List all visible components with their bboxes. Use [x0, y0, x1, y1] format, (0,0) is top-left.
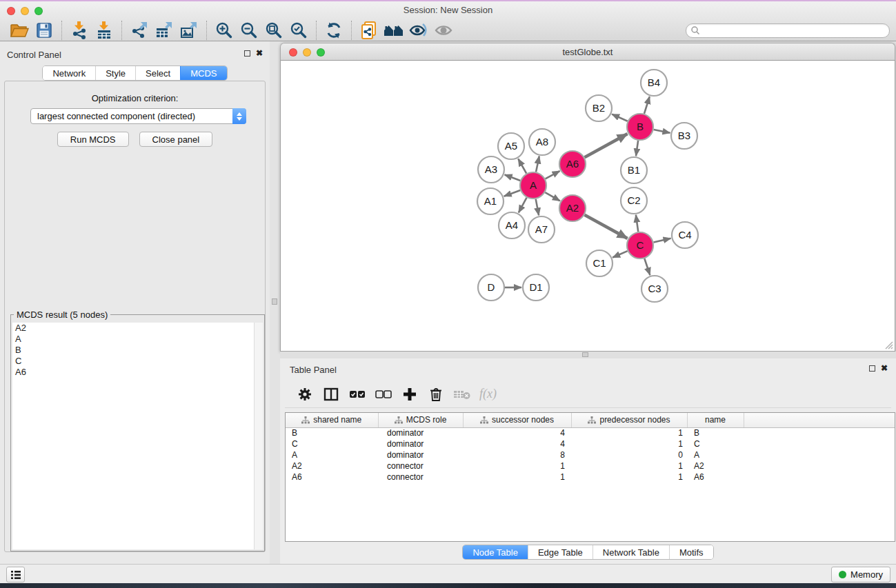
- add-column-button[interactable]: [399, 384, 420, 405]
- table-row[interactable]: Cdominator41C: [286, 438, 895, 449]
- cell-predecessor-nodes[interactable]: 1: [571, 460, 687, 472]
- node-table[interactable]: shared nameMCDS rolesuccessor nodesprede…: [286, 413, 895, 483]
- column-header-name[interactable]: name: [687, 413, 744, 427]
- graph-node-B4[interactable]: B4: [641, 70, 667, 96]
- home-layout-button[interactable]: [381, 20, 406, 41]
- mcds-result-list[interactable]: A2ABCA6: [12, 323, 263, 549]
- tab-network[interactable]: Network: [43, 66, 95, 80]
- edge-B-B4[interactable]: [644, 97, 650, 114]
- cell-predecessor-nodes[interactable]: 1: [571, 438, 687, 449]
- mcds-list-scrollbar[interactable]: [254, 323, 263, 549]
- edge-B-B2[interactable]: [612, 114, 628, 121]
- graph-node-A8[interactable]: A8: [529, 129, 555, 155]
- export-table-button[interactable]: [152, 20, 177, 41]
- graph-node-A4[interactable]: A4: [499, 212, 525, 239]
- mcds-result-item[interactable]: B: [12, 345, 263, 356]
- cell-shared-name[interactable]: A2: [286, 460, 378, 472]
- zoom-fit-button[interactable]: [261, 20, 286, 41]
- network-window-titlebar[interactable]: testGlobe.txt: [280, 43, 895, 61]
- close-panel-icon[interactable]: ✖: [881, 365, 888, 372]
- cell-successor-nodes[interactable]: 4: [463, 438, 571, 449]
- edge-A2-C[interactable]: [585, 215, 628, 239]
- run-mcds-button[interactable]: Run MCDS: [57, 132, 129, 147]
- graph-node-A7[interactable]: A7: [528, 216, 555, 243]
- vertical-split-divider[interactable]: [270, 41, 280, 564]
- graph-node-D1[interactable]: D1: [523, 274, 549, 301]
- cell-successor-nodes[interactable]: 1: [463, 460, 571, 472]
- graph-node-C1[interactable]: C1: [586, 250, 613, 276]
- table-row[interactable]: Bdominator41B: [286, 427, 895, 438]
- edge-C-C4[interactable]: [653, 239, 670, 243]
- edge-A-A6[interactable]: [546, 171, 560, 179]
- zoom-in-button[interactable]: [212, 20, 237, 41]
- save-session-button[interactable]: [32, 20, 57, 41]
- edge-B-B3[interactable]: [654, 130, 670, 133]
- edge-C-C3[interactable]: [644, 258, 650, 275]
- criterion-dropdown[interactable]: largest connected component (directed): [30, 108, 246, 124]
- edge-A-A1[interactable]: [504, 190, 521, 196]
- tab-node-table[interactable]: Node Table: [463, 545, 528, 559]
- cell-successor-nodes[interactable]: 1: [463, 472, 571, 483]
- resize-grip-icon[interactable]: [882, 338, 893, 349]
- show-columns-button[interactable]: [321, 384, 341, 405]
- export-network-button[interactable]: [127, 20, 152, 41]
- tab-motifs[interactable]: Motifs: [669, 545, 713, 559]
- graph-node-B[interactable]: B: [627, 114, 653, 140]
- graph-node-A5[interactable]: A5: [498, 133, 524, 159]
- cell-predecessor-nodes[interactable]: 0: [571, 449, 687, 460]
- cell-predecessor-nodes[interactable]: 1: [571, 472, 687, 483]
- mcds-result-item[interactable]: A: [12, 334, 263, 345]
- refresh-view-button[interactable]: [321, 20, 346, 41]
- graph-node-B2[interactable]: B2: [586, 95, 612, 121]
- graph-node-C[interactable]: C: [627, 232, 653, 258]
- graph-node-A2[interactable]: A2: [559, 195, 586, 221]
- cell-MCDS-role[interactable]: dominator: [378, 438, 463, 449]
- export-image-button[interactable]: [177, 20, 201, 41]
- graph-node-C2[interactable]: C2: [621, 187, 647, 214]
- cell-predecessor-nodes[interactable]: 1: [571, 427, 687, 438]
- edge-A-A4[interactable]: [519, 198, 527, 213]
- table-row[interactable]: A6connector11A6: [286, 472, 895, 483]
- open-session-button[interactable]: [7, 20, 32, 41]
- select-all-button[interactable]: [347, 384, 368, 405]
- cell-MCDS-role[interactable]: connector: [378, 460, 463, 472]
- divider-grip[interactable]: [272, 298, 277, 305]
- task-history-button[interactable]: [6, 567, 25, 582]
- import-table-button[interactable]: [92, 20, 117, 41]
- edge-A6-B[interactable]: [585, 134, 628, 157]
- table-row[interactable]: A2connector11A2: [286, 460, 895, 472]
- search-input[interactable]: [700, 26, 885, 35]
- close-panel-button[interactable]: Close panel: [139, 132, 213, 147]
- delete-column-button[interactable]: [426, 384, 446, 405]
- cell-shared-name[interactable]: A6: [286, 472, 378, 483]
- close-panel-icon[interactable]: ✖: [256, 50, 263, 57]
- mcds-result-item[interactable]: A2: [12, 323, 263, 334]
- import-network-button[interactable]: [67, 20, 92, 41]
- mcds-result-item[interactable]: A6: [12, 367, 263, 378]
- cell-name[interactable]: A2: [687, 460, 744, 472]
- graph-node-C4[interactable]: C4: [672, 222, 698, 248]
- cell-MCDS-role[interactable]: dominator: [378, 449, 463, 460]
- graph-node-B3[interactable]: B3: [671, 123, 697, 149]
- graph-node-D[interactable]: D: [478, 274, 504, 301]
- cell-shared-name[interactable]: A: [286, 449, 378, 460]
- table-row[interactable]: Adominator80A: [286, 449, 895, 460]
- cell-name[interactable]: A: [687, 449, 744, 460]
- zoom-selected-button[interactable]: [286, 20, 311, 41]
- cell-MCDS-role[interactable]: connector: [378, 472, 463, 483]
- memory-status-button[interactable]: Memory: [831, 567, 890, 582]
- float-panel-icon[interactable]: [869, 365, 875, 372]
- graph-node-A[interactable]: A: [520, 172, 546, 199]
- cell-successor-nodes[interactable]: 4: [463, 427, 571, 438]
- edge-A-A5[interactable]: [518, 159, 526, 173]
- edge-A-A7[interactable]: [536, 199, 539, 216]
- tab-network-table[interactable]: Network Table: [593, 545, 669, 559]
- cell-MCDS-role[interactable]: dominator: [378, 427, 463, 438]
- cell-shared-name[interactable]: C: [286, 438, 378, 449]
- cell-name[interactable]: A6: [687, 472, 744, 483]
- graph-node-C3[interactable]: C3: [641, 276, 668, 302]
- column-header-shared-name[interactable]: shared name: [286, 413, 378, 427]
- cell-name[interactable]: B: [687, 427, 744, 438]
- edge-A-A8[interactable]: [536, 156, 539, 172]
- tab-edge-table[interactable]: Edge Table: [528, 545, 593, 559]
